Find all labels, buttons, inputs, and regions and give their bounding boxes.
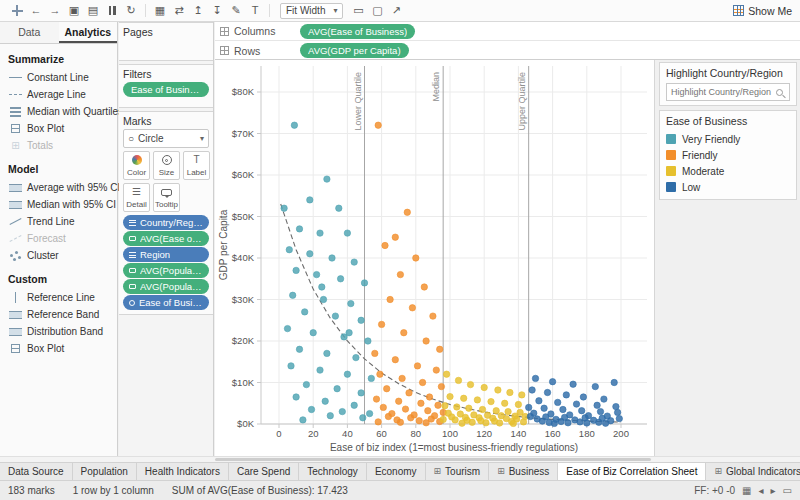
svg-text:$30K: $30K xyxy=(232,294,255,305)
presentation-button[interactable]: ▢ xyxy=(368,3,386,19)
legend-item-moderate[interactable]: Moderate xyxy=(666,163,790,179)
columns-pill[interactable]: AVG(Ease of Business) xyxy=(300,24,415,39)
highlight-button[interactable]: ✎ xyxy=(227,3,245,19)
svg-text:$0K: $0K xyxy=(237,418,255,429)
marks-pill-ease-of-business[interactable]: Ease of Busine.. xyxy=(123,295,209,310)
pane-tabs: Data Analytics xyxy=(0,22,117,44)
fit-selector[interactable]: Fit Width ▾ xyxy=(280,3,343,19)
rows-shelf[interactable]: Rows AVG(GDP per Capita) xyxy=(215,41,800,60)
trend-line-icon xyxy=(9,216,22,227)
highlight-search[interactable] xyxy=(666,83,790,101)
tab-business[interactable]: ⊞ Business xyxy=(489,463,558,480)
undo-button[interactable]: ← xyxy=(27,3,45,19)
previous-sheet-icon[interactable]: ◂ xyxy=(758,486,763,496)
tab-global-indicators[interactable]: ⊞ Global Indicators xyxy=(706,463,800,480)
analytics-item-reference-line[interactable]: Reference Line xyxy=(0,289,117,306)
section-model: Model xyxy=(0,154,117,179)
cluster-icon xyxy=(9,250,22,261)
analytics-item-box-plot[interactable]: Box Plot xyxy=(0,120,117,137)
share-button[interactable]: ↗ xyxy=(387,3,405,19)
analytics-item-average-line[interactable]: Average Line xyxy=(0,86,117,103)
tab-data[interactable]: Data xyxy=(0,22,59,43)
analytics-item-totals: ⊞ Totals xyxy=(0,137,117,154)
marks-pill-region[interactable]: Region xyxy=(123,247,209,262)
legend-item-low[interactable]: Low xyxy=(666,179,790,195)
fix-axes-button[interactable]: ▭ xyxy=(349,3,367,19)
analytics-item-average-ci[interactable]: Average with 95% CI xyxy=(0,179,117,196)
pause-updates-button[interactable] xyxy=(103,3,121,19)
svg-text:80: 80 xyxy=(411,428,422,439)
forecast-icon xyxy=(9,233,22,244)
marks-pill-avg-population-2[interactable]: AVG(Populatio.. xyxy=(123,279,209,294)
legend-item-friendly[interactable]: Friendly xyxy=(666,147,790,163)
dashboard-icon: ⊞ xyxy=(714,467,722,476)
analytics-item-distribution-band[interactable]: Distribution Band xyxy=(0,323,117,340)
color-button[interactable]: Color xyxy=(123,151,150,180)
filter-pill[interactable]: Ease of Business (cl.. xyxy=(123,82,209,97)
tab-health-indicators[interactable]: Health Indicators xyxy=(137,463,229,480)
detail-button[interactable]: ☰ Detail xyxy=(123,183,150,212)
sort-descending-button[interactable]: ↧ xyxy=(208,3,226,19)
tab-data-source[interactable]: Data Source xyxy=(0,463,73,480)
svg-text:180: 180 xyxy=(579,428,595,439)
marks-pill-country-region[interactable]: Country/Region xyxy=(123,215,209,230)
swap-axes-button[interactable]: ⇄ xyxy=(170,3,188,19)
new-worksheet-button[interactable]: ▦ xyxy=(151,3,169,19)
show-filmstrip-icon[interactable]: ▭ xyxy=(783,486,792,496)
status-bar: 183 marks 1 row by 1 column SUM of AVG(E… xyxy=(0,480,800,500)
show-sheet-sorter-icon[interactable]: ▦ xyxy=(742,486,751,496)
redo-button[interactable]: → xyxy=(46,3,64,19)
svg-text:Median: Median xyxy=(431,72,441,102)
tab-technology[interactable]: Technology xyxy=(299,463,367,480)
show-labels-button[interactable]: T xyxy=(246,3,264,19)
fit-selector-value: Fit Width xyxy=(286,5,325,16)
tooltip-icon xyxy=(161,189,172,196)
analytics-item-constant-line[interactable]: Constant Line xyxy=(0,69,117,86)
size-button[interactable]: Size xyxy=(153,151,180,180)
rows-shelf-label: Rows xyxy=(234,45,260,57)
analytics-item-reference-band[interactable]: Reference Band xyxy=(0,306,117,323)
highlight-card: Highlight Country/Region xyxy=(659,62,797,106)
svg-text:$40K: $40K xyxy=(232,252,255,263)
tab-ease-of-biz-correlation-sheet[interactable]: Ease of Biz Correlation Sheet xyxy=(558,463,706,480)
filters-card[interactable]: Filters Ease of Business (cl.. xyxy=(119,64,213,108)
legend-item-very-friendly[interactable]: Very Friendly xyxy=(666,131,790,147)
marks-pill-avg-population-1[interactable]: AVG(Population.. xyxy=(123,263,209,278)
status-right: FF: +0 -0 ▦ ◂ ▸ ▭ xyxy=(694,485,792,496)
analytics-item-median-quartiles[interactable]: Median with Quartiles xyxy=(0,103,117,120)
chart-area[interactable]: 020406080100120140160180200$0K$10K$20K$3… xyxy=(215,60,655,456)
svg-text:20: 20 xyxy=(308,428,319,439)
marks-pill-avg-ease-of-business[interactable]: AVG(Ease of Busi.. xyxy=(123,231,209,246)
scatter-plot[interactable]: 020406080100120140160180200$0K$10K$20K$3… xyxy=(215,60,655,456)
analytics-item-trend-line[interactable]: Trend Line xyxy=(0,213,117,230)
dashboard-icon: ⊞ xyxy=(434,467,442,476)
tab-population[interactable]: Population xyxy=(73,463,137,480)
tab-economy[interactable]: Economy xyxy=(367,463,426,480)
mark-type-selector[interactable]: ○ Circle ▾ xyxy=(123,129,209,148)
label-button[interactable]: T Label xyxy=(183,151,210,180)
scrollbar-thumb[interactable] xyxy=(215,458,651,461)
tableau-logo-icon[interactable] xyxy=(8,3,26,19)
tooltip-button[interactable]: Tooltip xyxy=(153,183,180,212)
save-button[interactable]: ▣ xyxy=(65,3,83,19)
tab-tourism[interactable]: ⊞ Tourism xyxy=(426,463,490,480)
analytics-item-custom-box-plot[interactable]: Box Plot xyxy=(0,340,117,357)
columns-shelf[interactable]: Columns AVG(Ease of Business) xyxy=(215,22,800,41)
tab-care-spend[interactable]: Care Spend xyxy=(229,463,299,480)
svg-text:$20K: $20K xyxy=(232,335,255,346)
tab-analytics[interactable]: Analytics xyxy=(59,22,118,43)
show-me-button[interactable]: Show Me xyxy=(733,5,792,17)
pages-card[interactable]: Pages xyxy=(119,22,213,61)
grid-size: 1 row by 1 column xyxy=(73,485,154,496)
analytics-item-median-ci[interactable]: Median with 95% CI xyxy=(0,196,117,213)
analytics-item-cluster[interactable]: Cluster xyxy=(0,247,117,264)
shelf-cards-column: Pages Filters Ease of Business (cl.. Mar… xyxy=(119,22,214,456)
svg-text:160: 160 xyxy=(545,428,561,439)
sort-ascending-button[interactable]: ↥ xyxy=(189,3,207,19)
add-data-button[interactable]: ▤ xyxy=(84,3,102,19)
highlight-search-input[interactable] xyxy=(671,87,776,97)
next-sheet-icon[interactable]: ▸ xyxy=(771,486,776,496)
refresh-button[interactable]: ↻ xyxy=(122,3,140,19)
tooltip-icon xyxy=(129,236,136,241)
rows-pill[interactable]: AVG(GDP per Capita) xyxy=(300,43,409,58)
